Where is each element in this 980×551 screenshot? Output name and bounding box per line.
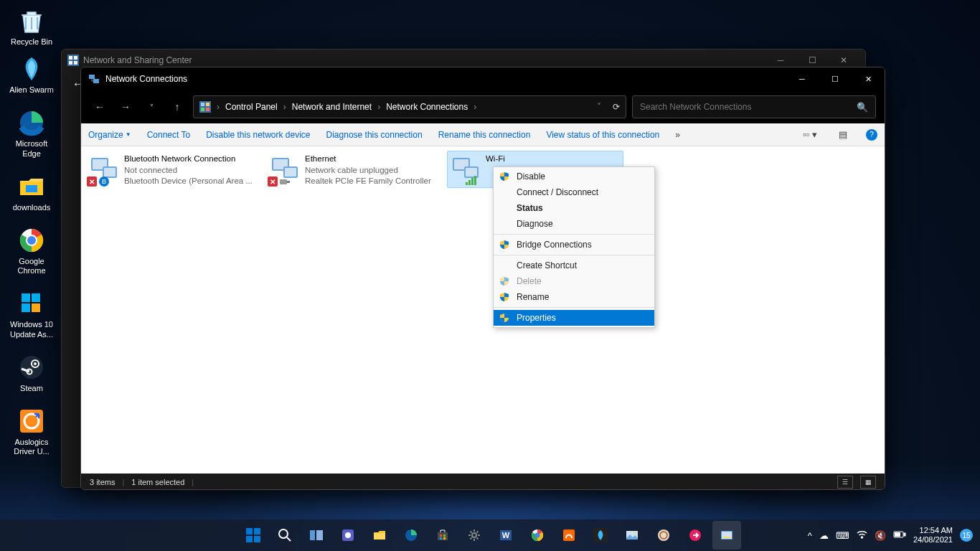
nav-forward-button[interactable]: → bbox=[116, 97, 136, 117]
taskbar-chrome[interactable] bbox=[523, 521, 552, 550]
minimize-button[interactable]: ─ bbox=[786, 67, 819, 90]
address-breadcrumb[interactable]: › Control Panel › Network and Internet ›… bbox=[193, 95, 626, 118]
taskbar-clock[interactable]: 12:54 AM 24/08/2021 bbox=[913, 526, 953, 545]
context-menu-separator bbox=[494, 234, 654, 235]
taskbar-app-circle[interactable] bbox=[649, 521, 678, 550]
taskbar-date: 24/08/2021 bbox=[913, 535, 953, 545]
tray-onedrive-icon[interactable]: ☁ bbox=[819, 530, 829, 541]
desktop-icon-downloads[interactable]: downloads bbox=[6, 171, 57, 212]
tray-overflow-icon[interactable]: ^ bbox=[808, 530, 812, 541]
taskbar-app-pink[interactable] bbox=[681, 521, 710, 550]
taskbar-app-alien[interactable] bbox=[586, 521, 615, 550]
adapter-device: Realtek PCIe FE Family Controller bbox=[305, 176, 431, 187]
toolbar-diagnose[interactable]: Diagnose this connection bbox=[326, 130, 423, 140]
toolbar-help-button[interactable]: ? bbox=[866, 129, 877, 141]
error-badge-icon: ✕ bbox=[268, 176, 278, 187]
context-menu-rename[interactable]: Rename bbox=[494, 289, 654, 305]
desktop-icon-alien-swarm[interactable]: Alien Swarm bbox=[6, 54, 57, 95]
breadcrumb-network-internet[interactable]: Network and Internet bbox=[292, 102, 372, 112]
context-menu-create-shortcut[interactable]: Create Shortcut bbox=[494, 258, 654, 273]
context-menu-diagnose[interactable]: Diagnose bbox=[494, 216, 654, 232]
tray-battery-icon[interactable] bbox=[893, 530, 906, 541]
toolbar-rename[interactable]: Rename this connection bbox=[438, 130, 531, 140]
adapter-device: Bluetooth Device (Personal Area ... bbox=[124, 176, 253, 187]
search-icon[interactable]: 🔍 bbox=[857, 102, 868, 113]
notification-badge[interactable]: 15 bbox=[960, 529, 973, 542]
tray-keyboard-icon[interactable]: ⌨ bbox=[836, 530, 849, 541]
nav-up-button[interactable]: ↑ bbox=[167, 97, 187, 117]
statusbar-details-view[interactable]: ☰ bbox=[837, 476, 853, 489]
taskbar-word[interactable]: W bbox=[491, 521, 520, 550]
context-menu-delete: Delete bbox=[494, 273, 654, 289]
context-menu-properties[interactable]: Properties bbox=[494, 310, 654, 326]
svg-rect-6 bbox=[22, 293, 30, 302]
adapter-bluetooth[interactable]: ✕B Bluetooth Network Connection Not conn… bbox=[85, 151, 262, 190]
taskbar-task-view[interactable] bbox=[302, 521, 331, 550]
svg-rect-35 bbox=[285, 168, 296, 176]
nav-back-button[interactable]: ← bbox=[90, 97, 110, 117]
search-input[interactable] bbox=[640, 102, 857, 112]
address-bar-row: ← → ˅ ↑ › Control Panel › Network and In… bbox=[81, 90, 885, 123]
desktop-icon-label: Alien Swarm bbox=[9, 85, 54, 95]
breadcrumb-control-panel[interactable]: Control Panel bbox=[225, 102, 278, 112]
tray-wifi-icon[interactable] bbox=[857, 530, 867, 541]
desktop-icon-label: Recycle Bin bbox=[11, 37, 52, 47]
desktop-icon-label: Auslogics Driver U... bbox=[6, 438, 57, 456]
refresh-button[interactable]: ⟳ bbox=[613, 102, 620, 112]
taskbar-edge[interactable] bbox=[397, 521, 425, 550]
toolbar-view-status[interactable]: View status of this connection bbox=[546, 130, 659, 140]
breadcrumb-network-connections[interactable]: Network Connections bbox=[386, 102, 468, 112]
taskbar-search[interactable] bbox=[270, 521, 299, 550]
taskbar-file-explorer[interactable] bbox=[365, 521, 394, 550]
svg-rect-60 bbox=[443, 534, 446, 537]
toolbar-overflow[interactable]: » bbox=[675, 130, 680, 140]
maximize-button[interactable]: ☐ bbox=[819, 67, 852, 90]
bg-window-title: Network and Sharing Center bbox=[83, 55, 192, 65]
toolbar-preview-pane[interactable]: ▤ bbox=[836, 129, 850, 140]
statusbar-selected-count: 1 item selected bbox=[131, 478, 184, 486]
svg-rect-56 bbox=[374, 533, 385, 540]
network-connections-window: Network Connections ─ ☐ ✕ ← → ˅ ↑ › Cont… bbox=[80, 67, 885, 490]
search-box[interactable]: 🔍 bbox=[632, 95, 876, 118]
taskbar-time: 12:54 AM bbox=[913, 526, 953, 535]
desktop-icons: Recycle Bin Alien Swarm Microsoft Edge d… bbox=[6, 6, 57, 456]
desktop-icon-chrome[interactable]: Google Chrome bbox=[6, 225, 57, 276]
statusbar-tiles-view[interactable]: ▦ bbox=[860, 476, 876, 489]
desktop-icon-win10-update[interactable]: Windows 10 Update As... bbox=[6, 288, 57, 339]
taskbar-app-photos[interactable] bbox=[618, 521, 646, 550]
start-button[interactable] bbox=[239, 521, 268, 550]
breadcrumb-sep: › bbox=[377, 102, 380, 112]
taskbar-settings[interactable] bbox=[460, 521, 489, 550]
desktop-icon-steam[interactable]: Steam bbox=[6, 352, 57, 393]
context-menu-status[interactable]: Status bbox=[494, 200, 654, 216]
svg-point-63 bbox=[472, 533, 476, 537]
taskbar-widgets[interactable] bbox=[334, 521, 362, 550]
desktop-icon-auslogics[interactable]: Auslogics Driver U... bbox=[6, 406, 57, 456]
context-menu-separator bbox=[494, 307, 654, 308]
taskbar-app-control-panel[interactable] bbox=[712, 521, 741, 550]
toolbar-view-options[interactable]: ▫▫ ▾ bbox=[800, 129, 820, 140]
nav-recent-button[interactable]: ˅ bbox=[141, 97, 161, 117]
context-menu-bridge[interactable]: Bridge Connections bbox=[494, 237, 654, 253]
taskbar-app-orange[interactable] bbox=[555, 521, 583, 550]
uac-shield-icon bbox=[499, 292, 509, 302]
desktop-icon-edge[interactable]: Microsoft Edge bbox=[6, 108, 57, 158]
tray-volume-icon[interactable]: 🔇 bbox=[875, 530, 886, 541]
context-menu-connect-disconnect[interactable]: Connect / Disconnect bbox=[494, 184, 654, 200]
adapter-icon: ✕B bbox=[88, 154, 120, 185]
adapter-ethernet[interactable]: ✕ Ethernet Network cable unplugged Realt… bbox=[266, 151, 443, 190]
window-titlebar[interactable]: Network Connections ─ ☐ ✕ bbox=[81, 67, 885, 90]
toolbar-disable-device[interactable]: Disable this network device bbox=[206, 130, 310, 140]
toolbar-organize[interactable]: Organize ▼ bbox=[88, 130, 131, 140]
statusbar: 3 items | 1 item selected | ☰ ▦ bbox=[81, 474, 885, 490]
toolbar-connect-to[interactable]: Connect To bbox=[147, 130, 191, 140]
address-dropdown-icon[interactable]: ˅ bbox=[597, 102, 601, 112]
taskbar-store[interactable] bbox=[428, 521, 457, 550]
svg-rect-52 bbox=[310, 530, 315, 540]
close-button[interactable]: ✕ bbox=[852, 67, 885, 90]
svg-rect-2 bbox=[26, 185, 37, 192]
uac-shield-icon bbox=[499, 276, 509, 286]
desktop-icon-recycle-bin[interactable]: Recycle Bin bbox=[6, 6, 57, 47]
context-menu-disable[interactable]: Disable bbox=[494, 169, 654, 184]
svg-point-50 bbox=[279, 529, 288, 538]
